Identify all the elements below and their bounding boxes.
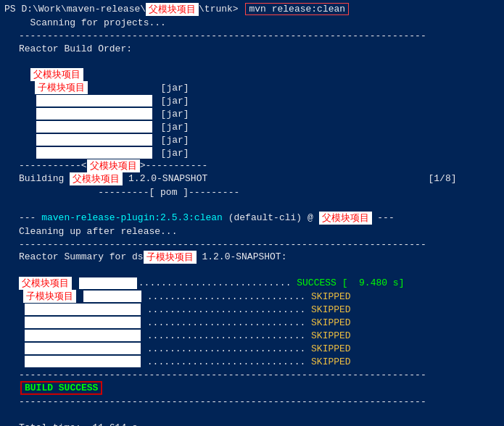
redacted-sub-s4	[25, 330, 141, 341]
skipped-label-6: SKIPPED	[311, 356, 351, 367]
total-time-line: Total time: 11.614 s	[4, 421, 500, 426]
build-success-text: BUILD SUCCESS	[19, 381, 500, 395]
sep-text-2: -----------<父模块项目>-----------	[19, 159, 207, 172]
mvn-command: mvn release:clean	[245, 3, 349, 15]
maven-plugin-text: --- maven-release-plugin:2.5.3:clean (de…	[19, 212, 500, 225]
sep-text-3: ----------------------------------------…	[19, 239, 426, 250]
snapshot-label: 1.2.0-SNAPSHOT	[128, 173, 207, 184]
child-skipped-1: 子模块项目	[23, 290, 76, 303]
plugin-name: maven-release-plugin:2.5.3:clean	[41, 212, 223, 223]
cleaning-text: Cleaning up after release...	[19, 226, 500, 237]
skipped-label-4: SKIPPED	[311, 330, 351, 341]
parent-pom-text: 父模块项目 [pom]	[19, 68, 504, 81]
separator-5: ----------------------------------------…	[4, 395, 500, 408]
prompt-text: PS D:\Work\maven-release\父模块项目\trunk> mv…	[4, 3, 500, 16]
jar-tag-5: [jar]	[161, 133, 189, 146]
scanning-label: Scanning for projects...	[30, 17, 166, 28]
redacted-summary-module: 子模块项目	[144, 251, 197, 264]
redacted-sub-s6	[25, 356, 141, 367]
parent-success-line: 父模块项目 ........................... SUCCES…	[4, 277, 500, 290]
skipped-label-2: SKIPPED	[311, 304, 351, 315]
reactor-build-line: Reactor Build Order:	[4, 42, 500, 55]
skipped-label-1: SKIPPED	[311, 291, 351, 302]
redacted-mid: 父模块项目	[87, 159, 140, 172]
skip-tag-5: ............................ SKIPPED	[147, 342, 351, 355]
parent-module-label: 父模块项目	[30, 68, 83, 81]
separator-2: -----------<父模块项目>-----------	[4, 159, 500, 172]
sub-module-line-3	[23, 107, 154, 120]
jar-tag-1: [jar]	[161, 81, 189, 94]
redacted-sub-6	[36, 147, 152, 159]
scanning-line: Scanning for projects...	[4, 16, 500, 29]
skip-tag-1: ............................ SKIPPED	[147, 290, 351, 303]
jar-tag-6: [jar]	[161, 146, 189, 159]
jar-tag-4: [jar]	[161, 120, 189, 133]
reactor-build-text: Reactor Build Order:	[19, 43, 500, 54]
prompt-line: PS D:\Work\maven-release\父模块项目\trunk> mv…	[4, 3, 500, 16]
skipped-label-5: SKIPPED	[311, 343, 351, 354]
redacted-sub-s5	[25, 343, 141, 354]
sub-skipped-line-4	[23, 329, 143, 342]
sub-skipped-line-2	[23, 303, 143, 316]
sub-skipped-line-1: 子模块项目	[23, 290, 143, 303]
sub-modules-block: 子模块项目 [jar] [jar] [jar] [jar]	[23, 81, 500, 159]
build-success-badge: BUILD SUCCESS	[20, 381, 102, 395]
default-cli-text: (default-cli) @	[228, 212, 313, 223]
skip-tag-2: ............................ SKIPPED	[147, 303, 351, 316]
redacted-sub-4	[36, 121, 152, 133]
fraction-label: [1/8]	[429, 173, 457, 184]
sub-module-text-1: 子模块项目	[23, 81, 154, 94]
scanning-text: Scanning for projects...	[19, 17, 500, 28]
parent-pom-line: 父模块项目 [pom]	[4, 68, 500, 81]
separator-1: ----------------------------------------…	[4, 29, 500, 42]
sub-module-line-1: 子模块项目	[23, 81, 154, 94]
sub-module-line-4	[23, 120, 154, 133]
sub-module-line-6	[23, 146, 154, 159]
skipped-label-3: SKIPPED	[311, 317, 351, 328]
sub-skipped-line-6	[23, 355, 143, 368]
blank-3	[4, 264, 500, 277]
parent-success-text: 父模块项目 ........................... SUCCES…	[19, 277, 500, 290]
pom-center-text: ---------[ pom ]---------	[19, 187, 500, 198]
reactor-summary-text: Reactor Summary for ds子模块项目 1.2.0-SNAPSH…	[19, 251, 500, 264]
jar-tag-3: [jar]	[161, 107, 189, 120]
building-line: Building 父模块项目 1.2.0-SNAPSHOT [1/8]	[4, 172, 500, 185]
blank-4	[4, 408, 500, 421]
separator-3: ----------------------------------------…	[4, 238, 500, 251]
redacted-path1: 父模块项目	[146, 3, 199, 16]
pom-line: ---------[ pom ]---------	[4, 185, 500, 199]
child-module-label-1: 子模块项目	[35, 81, 88, 94]
terminal-window: PS D:\Work\maven-release\父模块项目\trunk> mv…	[0, 0, 504, 426]
sub-skipped-line-3	[23, 316, 143, 329]
skip-tag-3: ............................ SKIPPED	[147, 316, 351, 329]
pom-center-label: [ pom ]	[149, 187, 189, 198]
reactor-summary-line: Reactor Summary for ds子模块项目 1.2.0-SNAPSH…	[4, 251, 500, 264]
redacted-dots-1	[79, 277, 137, 289]
redacted-parent-success: 父模块项目	[19, 277, 72, 290]
build-success-line: BUILD SUCCESS	[4, 381, 500, 395]
sub-module-line-5	[23, 133, 154, 146]
building-module: 父模块项目	[70, 172, 123, 185]
maven-plugin-line: --- maven-release-plugin:2.5.3:clean (de…	[4, 212, 500, 225]
jar-tags: [jar] [jar] [jar] [jar] [jar] [jar]	[161, 81, 189, 159]
redacted-plugin-module: 父模块项目	[319, 212, 372, 225]
sub-skipped-block: 子模块项目 ............................ SKIPP…	[23, 290, 500, 368]
skip-tag-6: ............................ SKIPPED	[147, 355, 351, 368]
building-text: Building 父模块项目 1.2.0-SNAPSHOT [1/8]	[19, 172, 500, 185]
blank-2	[4, 199, 500, 212]
sep-text-1: ----------------------------------------…	[19, 30, 426, 41]
redacted-sub-5	[36, 134, 152, 146]
sep-text-5: ----------------------------------------…	[19, 396, 426, 407]
sep-text-4: ----------------------------------------…	[19, 369, 426, 380]
jar-tag-2: [jar]	[161, 94, 189, 107]
redacted-sub-3	[36, 108, 152, 120]
skipped-tags: ............................ SKIPPED ...…	[147, 290, 351, 368]
sub-skipped-labels: 子模块项目	[23, 290, 143, 368]
redacted-sub-2	[36, 95, 152, 106]
sub-module-line-2	[23, 94, 154, 107]
sub-skipped-line-5	[23, 342, 143, 355]
separator-4: ----------------------------------------…	[4, 368, 500, 381]
blank-1	[4, 55, 500, 68]
sub-module-labels: 子模块项目	[23, 81, 154, 159]
total-time-text: Total time: 11.614 s	[19, 422, 500, 427]
